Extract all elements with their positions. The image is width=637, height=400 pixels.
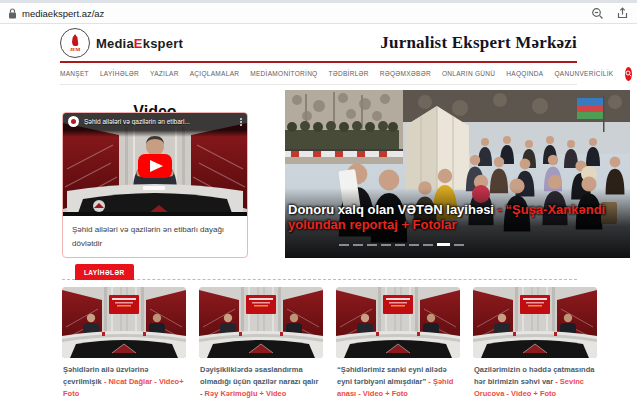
project-card: Qazilərimizin o həddə çatmasında hər bir… [473,287,597,400]
site-logo[interactable]: JEM MediaEkspert [60,28,183,58]
nav-item-manset[interactable]: MANŞET [60,70,89,77]
more-options-icon[interactable] [240,118,242,126]
project-thumbnail[interactable] [473,287,597,358]
nav-item-qanunvericilik[interactable]: QANUNVERİCİLİK [554,70,613,77]
url-text[interactable]: mediaekspert.az/az [22,8,104,19]
nav-item-haqqinda[interactable]: HAQQINDA [506,70,543,77]
featured-caption[interactable]: Donoru xalq olan VƏTƏN layihəsi - “Şuşa-… [288,202,618,232]
share-icon[interactable] [616,7,629,20]
video-card: Şəhid ailələri və qazilərin ən etibarl..… [62,112,248,258]
main-nav: MANŞET LAYİHƏLƏR YAZILAR AÇIQLAMALAR MED… [60,63,577,85]
logo-suffix: kspert [143,36,183,51]
carousel-dash[interactable] [395,244,405,246]
project-caption[interactable]: Qazilərimizin o həddə çatmasında hər bir… [474,364,596,400]
nav-item-yazilar[interactable]: YAZILAR [150,70,179,77]
search-icon [625,70,632,77]
carousel-dash[interactable] [353,244,363,246]
browser-address-bar[interactable]: mediaekspert.az/az [0,3,637,24]
carousel-dash[interactable] [409,244,419,246]
site-header: JEM MediaEkspert Jurnalist Ekspert Mərkə… [60,26,577,60]
projects-tab[interactable]: LAYİHƏLƏR [75,264,134,280]
carousel-dash[interactable] [381,244,391,246]
video-caption-link[interactable]: Şəhid ailələri və qazilərin ən etibarlı … [63,216,247,257]
nav-item-layiheler[interactable]: LAYİHƏLƏR [100,70,139,77]
logo-wordmark: MediaEkspert [96,36,183,51]
project-thumbnail[interactable] [336,287,460,358]
carousel-dash-active[interactable] [437,243,450,246]
featured-title-white: Donoru xalq olan VƏTƏN layihəsi [288,202,494,217]
lock-icon[interactable] [8,8,17,19]
browser-window: mediaekspert.az/az JEM MediaEkspert Jurn… [0,0,637,400]
carousel-dash[interactable] [367,244,377,246]
project-card: Dəyişikliklərdə əsaslandırma olmadığı üç… [199,287,323,400]
youtube-video-title[interactable]: Şəhid ailələri və qazilərin ən etibarl..… [84,118,190,125]
project-caption[interactable]: “Şəhidlərimiz sanki eyni ailədə eyni tər… [337,364,459,400]
jem-emblem-icon: JEM [60,28,90,58]
project-caption[interactable]: Şəhidlərin ailə üzvlərinə çevrilmişik - … [63,364,185,400]
nav-item-onlarin-gunu[interactable]: ONLARIN GÜNÜ [442,70,495,77]
project-thumbnail[interactable] [62,287,186,358]
project-card: Şəhidlərin ailə üzvlərinə çevrilmişik - … [62,287,186,400]
project-meta: Rəy Kərimoğlu + Video [205,389,287,398]
youtube-title-bar: Şəhid ailələri və qazilərin ən etibarl..… [63,113,247,130]
project-caption[interactable]: Dəyişikliklərdə əsaslandırma olmadığı üç… [200,364,322,400]
logo-accent: E [134,36,143,51]
featured-photo [285,90,630,258]
nav-item-aciqlamalar[interactable]: AÇIQLAMALAR [190,70,240,77]
nav-item-reqemxeber[interactable]: RƏQƏMXƏBƏR [380,70,431,77]
channel-avatar[interactable] [68,116,79,127]
carousel-dash[interactable] [423,244,433,246]
carousel-dash[interactable] [339,244,349,246]
emblem-flame-icon [72,34,79,46]
carousel-indicators [339,243,464,246]
nav-item-tedbirler[interactable]: TƏDBİRLƏR [328,70,368,77]
emblem-badge: JEM [70,47,81,52]
projects-card-grid: Şəhidlərin ailə üzvlərinə çevrilmişik - … [62,287,597,400]
logo-prefix: Media [96,36,134,51]
search-button[interactable] [625,67,632,81]
youtube-player[interactable]: Şəhid ailələri və qazilərin ən etibarl..… [63,113,247,216]
carousel-dash[interactable] [454,244,464,246]
projects-section-header: LAYİHƏLƏR [62,262,577,280]
site-title: Jurnalist Ekspert Mərkəzi [380,33,577,53]
project-thumbnail[interactable] [199,287,323,358]
nav-item-mediamonitorinq[interactable]: MEDİAMONİTORİNQ [250,70,317,77]
project-card: “Şəhidlərimiz sanki eyni ailədə eyni tər… [336,287,460,400]
featured-slide[interactable]: Donoru xalq olan VƏTƏN layihəsi - “Şuşa-… [285,90,630,258]
zoom-out-icon[interactable] [591,7,604,20]
